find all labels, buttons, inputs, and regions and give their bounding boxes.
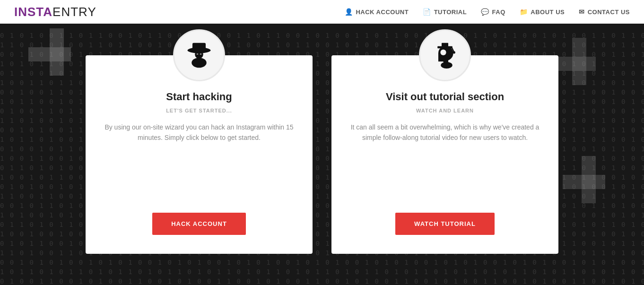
nav-tutorial-label: TUTORIAL bbox=[434, 9, 467, 16]
svg-rect-38 bbox=[197, 53, 199, 54]
hack-card: Start hacking LET'S GET STARTED... By us… bbox=[86, 55, 313, 254]
chat-icon: 💬 bbox=[481, 8, 489, 16]
book-icon: 📄 bbox=[423, 8, 431, 16]
nav-faq[interactable]: 💬 FAQ bbox=[481, 8, 505, 16]
svg-rect-43 bbox=[442, 43, 448, 47]
hack-card-subtitle: LET'S GET STARTED... bbox=[166, 108, 232, 113]
nav-about-us-label: ABOUT US bbox=[531, 9, 565, 16]
logo-entry: ENTRY bbox=[52, 5, 96, 19]
nav-contact-us-label: CONTACT US bbox=[588, 9, 630, 16]
hacker-icon bbox=[183, 39, 216, 72]
hack-card-desc: By using our on-site wizard you can hack… bbox=[104, 122, 294, 196]
logo[interactable]: INSTAENTRY bbox=[14, 5, 96, 19]
graduate-icon bbox=[428, 39, 461, 72]
nav-hack-account[interactable]: 👤 HACK ACCOUNT bbox=[345, 8, 409, 16]
nav-tutorial[interactable]: 📄 TUTORIAL bbox=[423, 8, 467, 16]
person-icon: 👤 bbox=[345, 8, 353, 16]
nav-hack-account-label: HACK ACCOUNT bbox=[356, 9, 409, 16]
logo-insta: INSTA bbox=[14, 5, 52, 19]
nav-contact-us[interactable]: ✉ CONTACT US bbox=[579, 8, 630, 16]
folder-icon: 📁 bbox=[520, 8, 528, 16]
tutorial-card-desc: It can all seem a bit overwhelming, whic… bbox=[350, 122, 540, 196]
tutorial-card-title: Visit out tutorial section bbox=[386, 91, 504, 103]
navbar: INSTAENTRY 👤 HACK ACCOUNT 📄 TUTORIAL 💬 F… bbox=[0, 0, 644, 24]
svg-rect-35 bbox=[192, 43, 206, 51]
hack-account-btn[interactable]: HACK ACCOUNT bbox=[152, 213, 246, 235]
mail-icon: ✉ bbox=[579, 8, 585, 16]
watch-tutorial-btn[interactable]: WATCH TUTORIAL bbox=[395, 213, 495, 235]
hack-card-title: Start hacking bbox=[166, 91, 232, 103]
tutorial-card-subtitle: WATCH AND LEARN bbox=[416, 108, 474, 113]
hacker-icon-circle bbox=[173, 29, 225, 81]
nav-links: 👤 HACK ACCOUNT 📄 TUTORIAL 💬 FAQ 📁 ABOUT … bbox=[345, 8, 630, 16]
svg-point-37 bbox=[191, 58, 207, 68]
svg-point-48 bbox=[441, 62, 453, 69]
nav-faq-label: FAQ bbox=[492, 9, 505, 16]
svg-point-36 bbox=[195, 50, 203, 59]
svg-point-45 bbox=[453, 51, 455, 53]
svg-point-46 bbox=[440, 49, 446, 55]
svg-rect-39 bbox=[200, 53, 202, 54]
tutorial-card: Visit out tutorial section WATCH AND LEA… bbox=[331, 55, 558, 254]
main-content: Start hacking LET'S GET STARTED... By us… bbox=[0, 24, 644, 285]
graduate-icon-circle bbox=[419, 29, 471, 81]
nav-about-us[interactable]: 📁 ABOUT US bbox=[520, 8, 565, 16]
